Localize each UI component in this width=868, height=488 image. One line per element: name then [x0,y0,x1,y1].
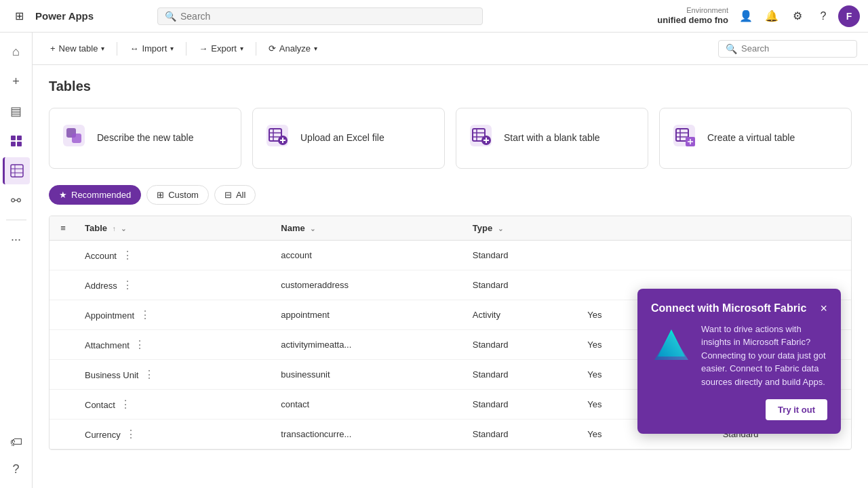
row-menu-button[interactable]: ⋮ [141,367,157,382]
sidebar-item-more[interactable]: ··· [3,226,30,253]
sidebar-item-home[interactable]: ⌂ [3,38,30,65]
row-col4: Yes [579,390,647,420]
svg-rect-0 [11,136,16,140]
fabric-popup-body: Want to drive actions with insights in M… [651,323,827,389]
row-col4: Yes [579,300,647,330]
new-table-chevron: ▾ [101,45,104,52]
fabric-popup-title: Connect with Microsoft Fabric [651,302,806,314]
import-icon: ↔ [130,43,138,54]
sidebar-item-connections[interactable]: ⚯ [3,187,30,214]
toolbar-separator-3 [256,42,256,56]
row-type: Activity [465,300,579,330]
type-filter-icon[interactable]: ⌄ [498,225,503,232]
sidebar-divider [6,220,26,220]
import-button[interactable]: ↔ Import ▾ [123,39,180,58]
bell-icon[interactable]: 🔔 [761,5,783,27]
th-col4 [579,216,647,241]
sidebar-item-apps[interactable]: ▤ [3,98,30,125]
analyze-button[interactable]: ⟳ Analyze ▾ [262,39,324,58]
new-table-button[interactable]: + New table ▾ [43,39,111,58]
table-search-box[interactable]: 🔍 [718,40,857,58]
plus-icon: + [50,43,56,54]
fabric-logo [651,323,692,365]
grid-icon: ⊞ [157,190,164,200]
avatar[interactable]: F [838,5,860,27]
row-checkbox [50,300,77,330]
th-col6 [715,216,851,241]
sidebar-item-data-tables[interactable] [3,127,30,155]
analyze-icon: ⟳ [269,43,276,54]
row-table-name: Appointment ⋮ [77,300,273,330]
row-col4 [579,241,647,270]
export-button[interactable]: → Export ▾ [192,39,250,58]
row-menu-button[interactable]: ⋮ [119,277,136,293]
help-icon[interactable]: ? [812,5,834,27]
sort-toggle-icon[interactable]: ⌄ [121,225,126,232]
name-filter-icon[interactable]: ⌄ [310,225,315,232]
svg-rect-1 [17,136,22,140]
filter-tab-recommended[interactable]: ★ Recommended [49,185,141,205]
blank-card-label: Start with a blank table [504,131,600,145]
row-checkbox [50,420,77,449]
table-search-input[interactable] [741,43,850,54]
toolbar: + New table ▾ ↔ Import ▾ → Export ▾ ⟳ An… [33,33,868,65]
row-menu-button[interactable]: ⋮ [117,396,134,412]
row-table-name: Business Unit ⋮ [77,360,273,390]
row-col4: Yes [579,360,647,390]
fabric-try-button[interactable]: Try it out [766,399,827,420]
th-type[interactable]: Type ⌄ [465,216,579,241]
global-search-box[interactable]: 🔍 [157,7,483,25]
filter-tab-custom[interactable]: ⊞ Custom [146,185,209,205]
person-icon[interactable]: 👤 [735,5,757,27]
export-icon: → [199,43,208,54]
describe-card-icon [60,122,87,155]
row-table-name: Currency ⋮ [77,420,273,449]
card-virtual[interactable]: Create a virtual table [659,108,852,169]
row-name: appointment [273,300,465,330]
list-view-icon: ≡ [60,223,66,233]
sidebar-item-help[interactable]: ? [3,455,30,483]
card-upload[interactable]: Upload an Excel file [252,108,445,169]
global-search-input[interactable] [180,11,475,22]
sidebar-item-active[interactable] [3,157,30,184]
card-blank[interactable]: Start with a blank table [456,108,648,169]
virtual-card-icon [671,122,698,155]
row-name: customeraddress [273,270,465,300]
filter-tab-all[interactable]: ⊟ All [214,185,256,205]
row-menu-button[interactable]: ⋮ [123,426,139,442]
th-table[interactable]: Table ↑ ⌄ [77,216,273,241]
sidebar-item-tag[interactable]: 🏷 [3,428,30,455]
th-col5 [647,216,715,241]
row-menu-button[interactable]: ⋮ [119,247,136,263]
sidebar-item-create[interactable]: + [3,68,30,95]
th-name[interactable]: Name ⌄ [273,216,465,241]
svg-rect-4 [11,165,23,177]
row-menu-button[interactable]: ⋮ [137,307,153,323]
row-col5 [647,241,715,270]
toolbar-separator-1 [117,42,117,56]
row-name: businessunit [273,360,465,390]
row-type: Standard [465,270,579,300]
fabric-popup: Connect with Microsoft Fabric × [637,289,841,434]
fabric-description: Want to drive actions with insights in M… [701,323,827,389]
row-name: transactioncurre... [273,420,465,449]
settings-icon[interactable]: ⚙ [787,5,808,27]
row-name: account [273,241,465,270]
star-icon: ★ [59,190,67,200]
row-table-name: Attachment ⋮ [77,330,273,360]
row-menu-button[interactable]: ⋮ [132,337,148,352]
table-row: Account ⋮ account Standard [50,241,851,270]
row-col4 [579,270,647,300]
sidebar-bottom: 🏷 ? [3,428,30,483]
new-table-label: New table [59,43,98,54]
fabric-actions: Try it out [651,399,827,420]
th-checkbox: ≡ [50,216,77,241]
topbar-right: Environment unified demo fno 👤 🔔 ⚙ ? F [657,5,868,27]
fabric-close-button[interactable]: × [820,302,827,314]
card-describe[interactable]: Describe the new table [49,108,241,169]
row-checkbox [50,330,77,360]
cards-grid: Describe the new table Uplo [49,108,852,169]
blank-card-icon [467,122,494,155]
apps-grid-icon[interactable]: ⊞ [8,5,30,27]
row-checkbox [50,390,77,420]
